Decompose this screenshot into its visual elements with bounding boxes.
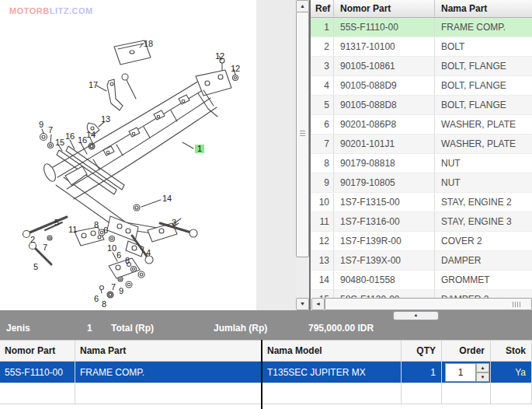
column-header-nama-model[interactable]: Nama Model [263,341,402,362]
cell-nomor-part: 90105-088D9 [334,76,435,95]
cell-ref: 5 [311,96,334,114]
cell-nama-part: BOLT, FLANGE [435,57,532,75]
vertical-scrollbar-thumb[interactable] [296,12,309,257]
cell-nomor-part: 90105-10861 [334,57,435,75]
cell-ref: 10 [311,193,334,211]
callout-label: 13 [101,115,110,124]
parts-horizontal-scrollbar[interactable]: ◄ [311,298,532,310]
scroll-left-icon[interactable]: ◄ [311,298,325,310]
callout-label: 8 [125,257,130,265]
table-row[interactable]: 155S-F1110-00FRAME COMP. [311,18,532,37]
callout-label: 5 [33,263,38,271]
table-row[interactable]: 390105-10861BOLT, FLANGE [311,57,532,76]
cell-ref: 1 [311,18,334,37]
cell-ref: 8 [311,154,334,173]
table-row[interactable]: 131S7-F139X-00DAMPER [311,251,532,271]
callout-selected-part[interactable]: 1 [195,145,204,153]
cell-nomor-part: 1S7-F139R-00 [334,232,435,250]
order-quantity-input[interactable]: 1 [445,363,476,382]
cell-ref: 3 [311,57,334,75]
table-row[interactable]: 111S7-F1316-00STAY, ENGINE 3 [311,212,532,232]
table-row[interactable]: 590105-088D8BOLT, FLANGE [311,96,532,115]
cell-nomor-part: 90179-08818 [334,154,435,173]
summary-bar: ▲ Jenis 1 Total (Rp) Jumlah (Rp) 795,000… [0,310,532,340]
cell-ref: 9 [311,173,334,192]
callout-label: 12 [215,52,224,61]
spinner-up-icon[interactable]: ▲ [476,363,489,372]
callout-label: 7 [43,243,47,252]
cell-ref: 7 [311,135,334,153]
callout-label: 14 [86,131,96,139]
callout-label: 8 [102,300,106,309]
cell-ref: 4 [311,76,334,95]
callout-label: 3 [172,218,176,227]
cell-nomor-part: 90201-086P8 [334,115,435,134]
table-row[interactable]: 1490480-01558GROMMET [311,271,532,290]
cell-nama-part: FRAME COMP. [435,18,532,37]
table-row[interactable]: 990179-10805NUT [311,173,532,193]
callout-label: 14 [162,194,172,203]
cell-nomor-part: 1S7-F139X-00 [334,251,435,270]
cell-ref: 6 [311,115,334,134]
column-header-nama-part[interactable]: Nama Part [435,0,532,17]
order-qty: 1 [402,362,442,383]
scrollbar-grip [513,302,522,307]
total-label: Total (Rp) [111,323,154,334]
jumlah-label: Jumlah (Rp) [214,323,267,334]
jenis-value: 1 [87,323,92,334]
order-nama-part: FRAME COMP. [75,362,263,383]
horizontal-scrollbar-thumb[interactable] [325,298,532,310]
scroll-down-icon[interactable]: ▼ [296,298,309,310]
empty-order-row [0,383,532,404]
callout-label: 11 [68,225,77,234]
cell-nama-part: NUT [435,173,532,192]
callout-label: 6 [94,295,99,303]
table-row[interactable]: 790201-101J1WASHER, PLATE [311,135,532,154]
cell-nomor-part: 55S-F1110-00 [334,18,435,37]
callout-label: 10 [107,244,116,253]
diagram-vertical-scrollbar[interactable]: ▲ ▼ [296,0,309,310]
column-header-order[interactable]: Order [442,341,491,362]
table-row[interactable]: 690201-086P8WASHER, PLATE [311,115,532,135]
parts-catalog-window: MOTORBLITZ.COM [0,0,532,409]
column-header-ref[interactable]: Ref [311,0,334,17]
order-quantity-cell: 1 ▲ ▼ [442,362,491,383]
column-header-nomor-part[interactable]: Nomor Part [0,341,75,362]
cell-ref: 11 [311,212,334,231]
order-quantity-stepper[interactable]: 1 ▲ ▼ [445,363,489,382]
cell-nomor-part: 90105-088D8 [334,96,435,114]
column-header-nama-part[interactable]: Nama Part [75,341,263,362]
table-row[interactable]: 121S7-F139R-00COVER 2 [311,232,532,251]
callout-label: 5 [54,218,59,227]
callout-label: 18 [144,40,153,48]
table-row[interactable]: 490105-088D9BOLT, FLANGE [311,76,532,96]
table-row[interactable]: 890179-08818NUT [311,154,532,173]
parts-table-body: 155S-F1110-00FRAME COMP.291317-10100BOLT… [311,18,532,299]
cell-nama-part: GROMMET [435,271,532,289]
cell-nama-part: BOLT [435,37,532,56]
cell-nama-part: COVER 2 [435,232,532,250]
callout-label: 6 [103,226,108,235]
cell-ref: 2 [311,37,334,56]
order-nama-model: T135SEC JUPITER MX [263,362,402,383]
table-row[interactable]: 291317-10100BOLT [311,37,532,57]
column-header-stok[interactable]: Stok [491,341,532,362]
callout-label: 9 [119,287,123,295]
scroll-up-icon[interactable]: ▲ [296,0,309,12]
table-row[interactable]: 101S7-F1315-00STAY, ENGINE 2 [311,193,532,212]
splitter-collapse-icon[interactable]: ▲ [393,311,439,320]
cell-nomor-part: 91317-10100 [334,37,435,56]
order-table: Nomor Part Nama Part Nama Model QTY Orde… [0,340,532,409]
spinner-down-icon[interactable]: ▼ [476,372,489,382]
cell-nama-part: NUT [435,154,532,173]
cell-nama-part: DAMPER [435,251,532,270]
order-table-header: Nomor Part Nama Part Nama Model QTY Orde… [0,340,532,362]
parts-table-panel: Ref Nomor Part Nama Part 155S-F1110-00FR… [309,0,532,310]
callout-label: 2 [30,236,35,244]
callout-label: 17 [89,81,98,89]
cell-nama-part: WASHER, PLATE [435,115,532,134]
selected-order-row[interactable]: 55S-F1110-00 FRAME COMP. T135SEC JUPITER… [0,362,532,383]
column-header-qty[interactable]: QTY [402,341,442,362]
column-header-nomor-part[interactable]: Nomor Part [334,0,435,17]
order-stok-value: Ya [491,362,532,383]
